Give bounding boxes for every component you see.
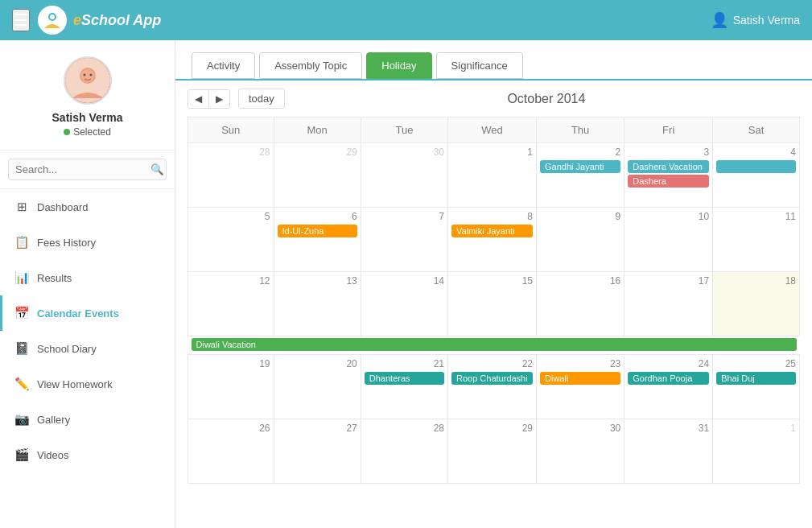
day-cell-highlighted: 18 [713, 272, 800, 336]
nav-label-videos: Videos [37, 449, 69, 461]
logo-area: eSchool App [38, 6, 161, 35]
day-number: 15 [451, 275, 533, 287]
day-cell: 20 [274, 355, 361, 419]
day-number: 30 [365, 146, 444, 158]
day-cell: 30 [537, 419, 624, 484]
day-cell: 6 Id-Ul-Zuha [274, 208, 361, 272]
event-gandhi-jayanti[interactable]: Gandhi Jayanti [540, 160, 620, 173]
event-dashera-vacation-cont[interactable] [716, 160, 796, 173]
next-month-button[interactable]: ▶ [209, 90, 229, 108]
day-number: 9 [540, 211, 620, 222]
day-number: 8 [451, 211, 533, 222]
calendar-container: ◀ ▶ today October 2014 Sun Mon Tue Wed T… [175, 80, 812, 528]
sidebar-item-fees-history[interactable]: 📋 Fees History [0, 225, 175, 260]
svg-point-6 [89, 74, 92, 76]
sidebar-item-calendar-events[interactable]: 📅 Calendar Events [0, 295, 175, 331]
event-dhanteras[interactable]: Dhanteras [365, 372, 444, 385]
day-number: 18 [716, 275, 796, 287]
nav-label-results: Results [37, 272, 72, 284]
col-wed: Wed [448, 118, 537, 143]
day-number: 2 [540, 146, 620, 158]
event-bhai-duj[interactable]: Bhai Duj [716, 372, 796, 385]
tab-significance[interactable]: Significance [436, 52, 523, 79]
day-cell: 9 [537, 208, 624, 272]
calendar-month-title: October 2014 [293, 92, 800, 106]
event-id-ul-zuha[interactable]: Id-Ul-Zuha [278, 225, 357, 237]
calendar-grid: Sun Mon Tue Wed Thu Fri Sat 28 [188, 117, 800, 484]
avatar [64, 56, 112, 105]
day-cell: 11 [713, 208, 800, 272]
event-dashera-vacation[interactable]: Dashera Vacation [628, 160, 709, 173]
day-number: 7 [365, 211, 444, 222]
event-gordhan-pooja[interactable]: Gordhan Pooja [628, 372, 709, 385]
day-cell: 7 [361, 208, 447, 272]
day-number: 30 [540, 423, 620, 434]
sidebar-item-dashboard[interactable]: ⊞ Dashboard [0, 189, 175, 225]
search-button[interactable]: 🔍 [150, 163, 164, 175]
day-number: 13 [278, 275, 357, 287]
day-cell: 13 [274, 272, 361, 336]
sidebar-item-videos[interactable]: 🎬 Videos [0, 437, 175, 472]
day-number: 21 [365, 358, 444, 369]
day-cell: 21 Dhanteras [361, 355, 447, 419]
day-cell: 16 [537, 272, 624, 336]
tab-activity[interactable]: Activity [192, 52, 255, 79]
day-cell: 19 [188, 355, 274, 419]
day-cell: 29 [274, 143, 361, 208]
search-section: 🔍 [0, 151, 175, 189]
event-valmiki-jayanti[interactable]: Valmiki Jayanti [451, 225, 533, 237]
day-number: 26 [192, 423, 270, 434]
event-diwali[interactable]: Diwali [540, 372, 620, 385]
day-number: 24 [628, 358, 709, 369]
day-number: 23 [540, 358, 620, 369]
day-cell: 14 [361, 272, 447, 336]
sidebar-item-view-homework[interactable]: ✏️ View Homework [0, 366, 175, 402]
day-cell: 31 [624, 419, 713, 484]
day-cell: 30 [361, 143, 447, 208]
calendar-icon: 📅 [14, 306, 29, 320]
day-number: 27 [278, 423, 357, 434]
day-number: 20 [278, 358, 357, 369]
day-number: 29 [278, 146, 357, 158]
nav-label-homework: View Homework [37, 378, 113, 390]
event-diwali-vacation-banner[interactable]: Diwali Vacation [192, 338, 797, 351]
day-number: 22 [451, 358, 533, 369]
hamburger-button[interactable]: ☰ [12, 9, 30, 31]
event-roop-chaturdashi[interactable]: Roop Chaturdashi [451, 372, 533, 385]
tab-holiday[interactable]: Holiday [366, 52, 431, 79]
day-cell: 4 [713, 143, 800, 208]
day-cell: 25 Bhai Duj [713, 355, 800, 419]
search-input[interactable] [15, 163, 150, 175]
day-cell: 22 Roop Chaturdashi [448, 355, 537, 419]
table-row: 26 27 28 29 30 [188, 419, 800, 484]
nav-label-fees: Fees History [37, 237, 96, 249]
gallery-icon: 📷 [14, 412, 29, 427]
day-number: 12 [192, 275, 270, 287]
day-cell: 12 [188, 272, 274, 336]
nav-label-calendar: Calendar Events [37, 307, 119, 320]
today-button[interactable]: today [238, 89, 285, 109]
day-number: 28 [192, 146, 270, 158]
table-row: 19 20 21 Dhanteras 22 [188, 355, 800, 419]
day-cell: 2 Gandhi Jayanti [537, 143, 624, 208]
day-cell: 1 [448, 143, 537, 208]
day-number: 14 [365, 275, 444, 287]
sidebar-item-school-diary[interactable]: 📓 School Diary [0, 331, 175, 366]
nav-label-diary: School Diary [37, 343, 97, 355]
event-dashera[interactable]: Dashera [628, 175, 709, 188]
sidebar-item-results[interactable]: 📊 Results [0, 260, 175, 295]
results-icon: 📊 [14, 270, 29, 285]
table-row: 12 13 14 15 16 [188, 272, 800, 336]
diary-icon: 📓 [14, 341, 29, 356]
sidebar-item-gallery[interactable]: 📷 Gallery [0, 402, 175, 437]
day-cell: 26 [188, 419, 274, 484]
tab-assembly-topic[interactable]: Assembly Topic [259, 52, 362, 79]
prev-month-button[interactable]: ◀ [188, 90, 209, 108]
day-number: 29 [451, 423, 533, 434]
day-number: 1 [716, 423, 796, 434]
day-number: 5 [192, 211, 270, 222]
day-cell: 8 Valmiki Jayanti [448, 208, 537, 272]
sidebar: Satish Verma Selected 🔍 ⊞ Dashboard 📋 Fe… [0, 40, 175, 528]
day-number: 17 [628, 275, 709, 287]
day-cell: 1 [713, 419, 800, 484]
